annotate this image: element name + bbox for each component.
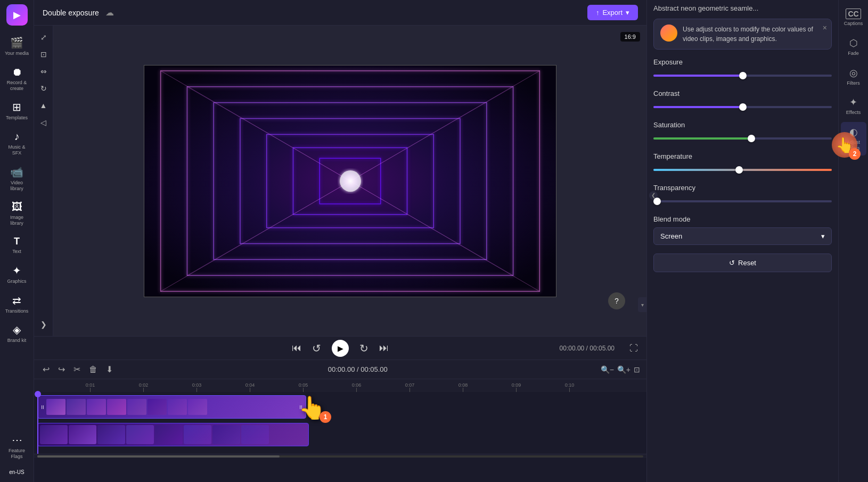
sidebar-item-label: Music & SFX: [4, 144, 30, 156]
playhead[interactable]: [37, 392, 38, 454]
reset-label: Reset: [738, 259, 756, 267]
playhead-handle[interactable]: [35, 391, 41, 397]
cutout-tool-button[interactable]: ◁: [36, 115, 51, 130]
track-clip-1[interactable]: ⏸: [37, 395, 306, 419]
transparency-slider[interactable]: [653, 196, 832, 207]
timeline-toolbar: ↩ ↪ ✂ 🗑 ⬇ 00:00.00 / 00:05.00 🔍− 🔍+ ⊡: [34, 360, 646, 379]
clip-thumbnail: [155, 425, 183, 444]
reset-button[interactable]: ↺ Reset: [653, 254, 832, 272]
cut-button[interactable]: ✂: [71, 362, 83, 377]
sidebar-item-locale[interactable]: en-US: [2, 465, 32, 481]
left-sidebar: ▶ 🎬 Your media ⏺ Record & create ⊞ Templ…: [0, 0, 34, 482]
export-icon: ↑: [596, 9, 600, 17]
blend-mode-select[interactable]: Screen ▾: [653, 227, 832, 245]
clip-thumbnail: [97, 425, 125, 444]
scrollbar-thumb[interactable]: [37, 455, 280, 458]
play-button[interactable]: ▶: [332, 340, 349, 357]
clip-thumbnail: [148, 399, 167, 415]
video-library-icon: 📹: [10, 166, 23, 178]
sidebar-item-feature-flags[interactable]: ⋯ Feature Flags: [2, 429, 32, 464]
expand-timeline-button[interactable]: ⊡: [634, 365, 640, 374]
aspect-ratio-badge[interactable]: 16:9: [620, 32, 640, 42]
sidebar-item-label: Transitions: [5, 308, 29, 314]
sidebar-item-transitions[interactable]: ⇄ Transitions: [2, 290, 32, 318]
track-clip-2[interactable]: [37, 423, 309, 446]
sidebar-item-record[interactable]: ⏺ Record & create: [2, 62, 32, 96]
exposure-section: Exposure: [653, 58, 832, 81]
tooltip-text: Use adjust colors to modify the color va…: [683, 24, 825, 44]
sidebar-item-templates[interactable]: ⊞ Templates: [2, 96, 32, 125]
sidebar-collapse-button[interactable]: ❯: [36, 317, 51, 332]
transparency-section: ❮ Transparency: [653, 184, 832, 207]
exposure-label: Exposure: [653, 58, 832, 66]
temperature-section: Temperature: [653, 152, 832, 175]
scrollbar-track[interactable]: [37, 455, 643, 458]
filters-button[interactable]: ◎ Filters: [841, 63, 866, 91]
preview-frame: [144, 65, 556, 297]
fade-button[interactable]: ⬡ Fade: [841, 33, 866, 61]
skip-back-button[interactable]: ⏮: [292, 342, 301, 354]
clip-thumbnails: [46, 399, 207, 415]
sidebar-item-music[interactable]: ♪ Music & SFX: [2, 126, 32, 160]
select-tool-button[interactable]: ⤢: [36, 30, 51, 45]
skip-forward-button[interactable]: ⏭: [379, 342, 389, 354]
image-library-icon: 🖼: [12, 201, 22, 213]
canvas-area: ⤢ ⊡ ⇔ ↻ ▲ ◁ ❯: [34, 26, 646, 336]
timeline-body: 0:01 0:02 0:03: [34, 379, 646, 482]
contrast-fill: [653, 106, 743, 108]
sidebar-item-label: Text: [12, 249, 21, 255]
flip-tool-button[interactable]: ⇔: [36, 64, 51, 79]
timeline-scrollbar: [34, 454, 646, 458]
crop-tool-button[interactable]: ⊡: [36, 47, 51, 62]
sidebar-item-brand-kit[interactable]: ◈ Brand kit: [2, 319, 32, 348]
cloud-icon: ☁: [105, 7, 114, 18]
ruler-mark-7: 0:07: [405, 382, 415, 388]
saturation-thumb[interactable]: [748, 135, 755, 142]
effects-button[interactable]: ✦ Effects: [841, 92, 866, 120]
help-button[interactable]: ?: [608, 292, 625, 309]
sidebar-item-video-library[interactable]: 📹 Video library: [2, 161, 32, 196]
media-icon: 🎬: [10, 36, 23, 49]
rewind-button[interactable]: ↺: [312, 342, 321, 355]
sidebar-item-image-library[interactable]: 🖼 Image library: [2, 197, 32, 231]
forward-button[interactable]: ↻: [359, 342, 369, 355]
contrast-slider[interactable]: [653, 102, 832, 112]
temperature-slider[interactable]: [653, 165, 832, 175]
captions-button[interactable]: CC Captions: [841, 4, 866, 31]
clip-thumbnail: [212, 425, 240, 444]
ruler-mark-9: 0:09: [512, 382, 521, 388]
transparency-thumb[interactable]: [653, 198, 661, 205]
tooltip-close-button[interactable]: ×: [823, 23, 827, 32]
redo-button[interactable]: ↪: [56, 362, 67, 377]
undo-button[interactable]: ↩: [40, 362, 52, 377]
right-panel: Abstract neon geometric seamle... Use ad…: [646, 0, 838, 482]
fullscreen-button[interactable]: ⛶: [629, 344, 638, 353]
align-tool-button[interactable]: ▲: [36, 98, 51, 113]
zoom-out-button[interactable]: 🔍−: [601, 365, 614, 374]
delete-button[interactable]: 🗑: [87, 363, 100, 377]
temperature-label: Temperature: [653, 152, 832, 160]
project-name: Double exposure: [43, 9, 99, 17]
export-button[interactable]: ↑ Export ▾: [587, 5, 638, 20]
sidebar-item-label: Record & create: [4, 80, 30, 92]
feature-flags-icon: ⋯: [12, 434, 22, 446]
sidebar-item-your-media[interactable]: 🎬 Your media: [2, 32, 32, 61]
saturation-slider[interactable]: [653, 133, 832, 144]
contrast-thumb[interactable]: [739, 103, 747, 111]
sidebar-item-graphics[interactable]: ✦ Graphics: [2, 260, 32, 289]
svg-point-17: [340, 170, 361, 192]
captions-label: Captions: [844, 21, 863, 27]
temperature-thumb[interactable]: [735, 166, 743, 174]
panel-toggle-button[interactable]: ▾: [638, 297, 646, 312]
zoom-in-button[interactable]: 🔍+: [617, 365, 630, 374]
exposure-slider[interactable]: [653, 70, 832, 81]
adjust-colors-button[interactable]: ◐ Adjust colors: [841, 122, 866, 156]
export-chevron-icon: ▾: [626, 9, 629, 17]
rotate-tool-button[interactable]: ↻: [36, 81, 51, 96]
reset-icon: ↺: [729, 259, 735, 267]
import-button[interactable]: ⬇: [104, 362, 115, 377]
sidebar-item-text[interactable]: T Text: [2, 232, 32, 259]
exposure-track: [653, 75, 832, 77]
exposure-thumb[interactable]: [739, 72, 747, 79]
track-2: [34, 423, 646, 448]
